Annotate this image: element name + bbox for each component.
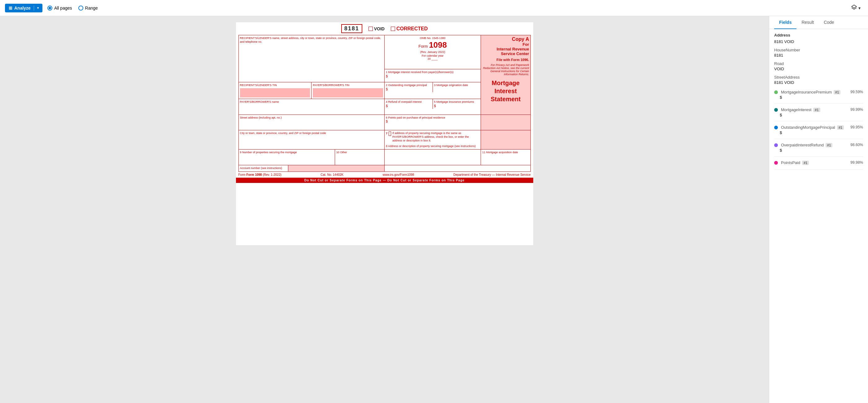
- field-dot: [774, 126, 778, 129]
- form-header-area: 8181 VOID CORRECTED: [236, 22, 533, 35]
- field-name-label: MortgageInterest #1: [774, 107, 850, 112]
- copy-a-area: Copy A For Internal Revenue Service Cent…: [482, 36, 529, 76]
- address-section: Address 8181 VOID HouseNumber 8181 Road …: [774, 33, 863, 85]
- box2-3-cell: 2 Outstanding mortgage principal $ 3 Mor…: [384, 82, 481, 99]
- field-left: MortgageInterest #1 $: [774, 107, 850, 117]
- borrower-name-value: [240, 104, 383, 113]
- form-label: Form 1098: [386, 40, 479, 50]
- box11-cell: 11 Mortgage acquisition date: [481, 149, 530, 165]
- house-number-label: HouseNumber: [774, 48, 863, 52]
- city-value: [240, 135, 383, 144]
- range-radio[interactable]: [79, 6, 83, 10]
- field-name-label: OverpaidInterestRefund #1: [774, 143, 850, 147]
- other-cell: 10 Other: [335, 149, 384, 165]
- all-pages-radio[interactable]: [48, 6, 52, 10]
- layers-button[interactable]: ▾: [848, 3, 863, 13]
- field-label: MortgageInterest: [781, 107, 811, 112]
- road-value: VOID: [774, 67, 863, 71]
- form-number-display: 8181: [341, 24, 362, 33]
- field-dot: [774, 161, 778, 165]
- field-dot: [774, 143, 778, 147]
- properties-label: 9 Number of properties securing the mort…: [240, 151, 334, 155]
- tab-code[interactable]: Code: [819, 16, 839, 29]
- borrower-name-label: PAYER'S/BORROWER'S name: [240, 100, 383, 104]
- recipient-label: RECIPIENT'S/LENDER'S name, street addres…: [240, 36, 383, 44]
- house-number-value: 8181: [774, 53, 863, 58]
- other-value: [336, 155, 383, 164]
- field-item-overpaidinterestrefund: OverpaidInterestRefund #1 $ 98.60%: [774, 143, 863, 157]
- tin-combined-cell: RECIPIENT'S/LENDER'S TIN PAYER'S/BORROWE…: [239, 82, 384, 99]
- box-right-cell: [384, 149, 481, 165]
- box7-text: If address of property securing mortgage…: [392, 132, 479, 142]
- box4-5-row: 4 Refund of overpaid interest $ 5 Mortga…: [384, 99, 480, 109]
- tab-fields[interactable]: Fields: [774, 16, 797, 29]
- account-label: Account number (see instructions): [240, 167, 287, 170]
- field-label: OutstandingMortgagePrincipal: [781, 125, 835, 130]
- analyze-button[interactable]: ⊞ Analyze ▾: [5, 4, 42, 12]
- cat-no: Cat. No. 14402K: [320, 173, 343, 176]
- box5-dollar: $: [434, 104, 480, 108]
- field-label: MortgageInsurancePremium: [781, 90, 832, 94]
- all-pages-option[interactable]: All pages: [48, 6, 72, 10]
- recipient-tin-label: RECIPIENT'S/LENDER'S TIN: [240, 83, 310, 87]
- box2-3-row: 2 Outstanding mortgage principal $ 3 Mor…: [384, 82, 480, 92]
- city-label: City or town, state or province, country…: [240, 132, 383, 135]
- field-value: $: [780, 113, 850, 117]
- box4-label: 4 Refund of overpaid interest: [386, 100, 431, 104]
- field-house-number: HouseNumber 8181: [774, 48, 863, 58]
- borrower-name-cell: PAYER'S/BORROWER'S name: [239, 99, 384, 115]
- instructions-cell: [481, 130, 530, 149]
- box7-area: 7 If address of property securing mortga…: [386, 132, 479, 142]
- field-name-label: MortgageInsurancePremium #1: [774, 90, 850, 94]
- field-left: PointsPaid #1: [774, 160, 850, 166]
- field-left: OutstandingMortgagePrincipal #1 $: [774, 125, 850, 135]
- field-item-outstandingmortgageprincipal: OutstandingMortgagePrincipal #1 $ 99.95%: [774, 125, 863, 139]
- field-street-address: StreetAddress 8181 VOID: [774, 75, 863, 85]
- form-container: 8181 VOID CORRECTED RECIPIENT'S/LENDER'S…: [236, 22, 533, 245]
- confidence-score: 99.95%: [850, 125, 863, 129]
- account-cell: Account number (see instructions): [239, 165, 384, 171]
- street-address-label: Street address (including apt. no.): [240, 116, 383, 120]
- form-num-footer: Form 1098: [247, 173, 262, 176]
- mortgage-statement-cell: Copy A For Internal Revenue Service Cent…: [481, 35, 530, 115]
- confidence-score: 99.99%: [850, 107, 863, 112]
- road-label: Road: [774, 61, 863, 66]
- account-row: Account number (see instructions): [239, 165, 384, 171]
- field-name-label: OutstandingMortgagePrincipal #1: [774, 125, 850, 130]
- calendar-year-label: For calendar year: [386, 54, 479, 57]
- corrected-box: CORRECTED: [391, 26, 428, 32]
- mortgage-statement-area: Mortgage Interest Statement: [482, 79, 529, 103]
- box6-cell: 6 Points paid on purchase of principal r…: [384, 114, 481, 130]
- properties-value: [240, 155, 334, 164]
- field-name-label: PointsPaid #1: [774, 160, 850, 165]
- for-irs: For Internal Revenue Service Center: [482, 42, 529, 56]
- dynamic-fields: MortgageInsurancePremium #1 $ 99.59% Mor…: [774, 90, 863, 170]
- box11-label: 11 Mortgage acquisition date: [482, 151, 529, 155]
- corrected-checkbox[interactable]: [391, 27, 395, 31]
- recipient-tin-cell: RECIPIENT'S/LENDER'S TIN: [239, 82, 312, 99]
- field-item-mortgageinterest: MortgageInterest #1 $ 99.99%: [774, 107, 863, 121]
- box4-dollar: $: [386, 104, 431, 108]
- field-value: $: [780, 148, 850, 153]
- range-option[interactable]: Range: [79, 6, 98, 10]
- void-checkbox[interactable]: [369, 27, 373, 31]
- field-8181-void-value: 8181 VOID: [774, 39, 863, 44]
- form-footer: Form Form 1098 (Rev. 1-2022) Cat. No. 14…: [236, 172, 533, 178]
- form-row-6: City or town, state or province, country…: [239, 130, 530, 149]
- fields-content: Address 8181 VOID HouseNumber 8181 Road …: [769, 29, 868, 403]
- tab-result[interactable]: Result: [797, 16, 819, 29]
- box4-5-cell: 4 Refund of overpaid interest $ 5 Mortga…: [384, 99, 481, 115]
- void-label: VOID: [374, 26, 384, 31]
- form-row-5: Street address (including apt. no.) 6 Po…: [239, 114, 530, 130]
- field-label: PointsPaid: [781, 160, 800, 165]
- field-value: $: [780, 130, 850, 135]
- other-label: 10 Other: [336, 151, 383, 155]
- void-box: VOID: [369, 26, 384, 31]
- form-row-8: Account number (see instructions): [239, 165, 530, 171]
- tin-row: RECIPIENT'S/LENDER'S TIN PAYER'S/BORROWE…: [239, 82, 384, 99]
- box8-area: 8 Address or description of property sec…: [386, 144, 479, 148]
- mortgage-statement: Mortgage Interest Statement: [482, 79, 529, 103]
- street-address-form-cell: Street address (including apt. no.): [239, 114, 384, 130]
- box7-checkbox[interactable]: [389, 132, 391, 136]
- borrower-tin-label: PAYER'S/BORROWER'S TIN: [313, 83, 383, 87]
